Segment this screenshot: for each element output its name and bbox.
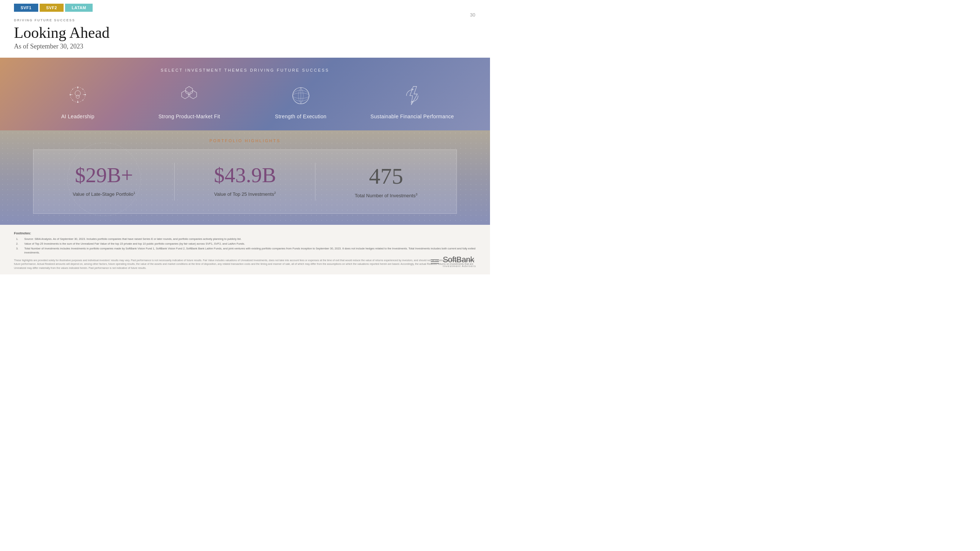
- metric-total-value: 475: [323, 165, 449, 187]
- theme-execution: Strength of Execution: [245, 83, 356, 119]
- svg-point-11: [72, 89, 73, 90]
- svg-point-13: [72, 100, 73, 101]
- svg-marker-17: [181, 91, 189, 98]
- ai-leadership-icon: [65, 83, 91, 108]
- theme-financial: Sustainable Financial Performance: [356, 83, 468, 119]
- driving-label: DRIVING FUTURE SUCCESS: [14, 18, 476, 22]
- svg-point-1: [75, 91, 81, 96]
- metric-total: 475 Total Number of Investments3: [315, 150, 457, 213]
- page-subtitle: As of September 30, 2023: [14, 43, 476, 50]
- svg-marker-16: [190, 91, 197, 98]
- svg-point-2: [76, 95, 80, 98]
- svg-marker-15: [186, 86, 193, 94]
- metric-total-label: Total Number of Investments3: [323, 192, 449, 198]
- softbank-logo: SoftBank Investment Advisers: [431, 255, 476, 268]
- banner-title: SELECT INVESTMENT THEMES DRIVING FUTURE …: [0, 68, 490, 72]
- theme-product-market: Strong Product-Market Fit: [134, 83, 245, 119]
- product-market-label: Strong Product-Market Fit: [158, 113, 220, 119]
- execution-label: Strength of Execution: [275, 113, 326, 119]
- themes-banner: SELECT INVESTMENT THEMES DRIVING FUTURE …: [0, 58, 490, 130]
- themes-grid: AI Leadership Strong Product-Market Fit: [0, 83, 490, 119]
- financial-label: Sustainable Financial Performance: [371, 113, 454, 119]
- metric-top25-value: $43.9B: [182, 165, 309, 186]
- footnote-2: Value of Top 25 Investments is the sum o…: [19, 242, 476, 246]
- footnotes-section: Footnotes: Source: SBIA Analysis. As of …: [0, 225, 490, 275]
- header-section: DRIVING FUTURE SUCCESS Looking Ahead As …: [0, 16, 490, 58]
- metric-late-stage: $29B+ Value of Late-Stage Portfolio1: [33, 150, 175, 213]
- tab-svf1[interactable]: SVF1: [14, 4, 38, 12]
- logo-softbank-name: SoftBank: [442, 255, 476, 265]
- product-market-icon: [177, 83, 202, 108]
- metric-top25: $43.9B Value of Top 25 Investments2: [175, 150, 316, 213]
- financial-icon: [399, 83, 425, 108]
- metric-top25-label: Value of Top 25 Investments2: [182, 191, 309, 197]
- portfolio-title: PORTFOLIO HIGHLIGHTS: [33, 130, 457, 149]
- tab-bar: SVF1 SVF2 LATAM: [0, 0, 490, 16]
- footnote-3: Total Number of Investments includes Inv…: [19, 246, 476, 255]
- footnotes-list: Source: SBIA Analysis. As of September 3…: [14, 237, 476, 255]
- logo-lines-icon: [431, 259, 439, 264]
- portfolio-card: $29B+ Value of Late-Stage Portfolio1 $43…: [33, 149, 457, 213]
- logo-text-group: SoftBank Investment Advisers: [442, 255, 476, 268]
- footnotes-title: Footnotes:: [14, 232, 476, 235]
- execution-icon: [288, 83, 313, 108]
- tab-svf2[interactable]: SVF2: [40, 4, 64, 12]
- portfolio-section: PORTFOLIO HIGHLIGHTS $29B+ Value of Late…: [0, 130, 490, 224]
- ai-leadership-label: AI Leadership: [61, 113, 94, 119]
- svg-point-12: [82, 89, 83, 90]
- tab-latam[interactable]: LATAM: [65, 4, 92, 12]
- disclaimer-text: These highlights are provided solely for…: [14, 259, 476, 270]
- page-title: Looking Ahead: [14, 24, 476, 41]
- logo-subtitle: Investment Advisers: [442, 265, 476, 268]
- svg-point-14: [82, 100, 83, 101]
- metric-late-stage-value: $29B+: [41, 165, 167, 186]
- metric-late-stage-label: Value of Late-Stage Portfolio1: [41, 191, 167, 197]
- footnote-1: Source: SBIA Analysis. As of September 3…: [19, 237, 476, 241]
- theme-ai-leadership: AI Leadership: [22, 83, 134, 119]
